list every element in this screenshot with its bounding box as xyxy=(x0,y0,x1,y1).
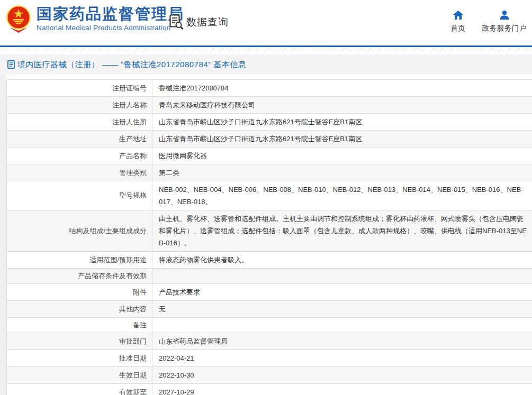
field-label: 产品名称 xyxy=(7,148,152,164)
org-name-cn: 国家药品监督管理局 xyxy=(37,5,184,22)
field-value: 2027-10-29 xyxy=(152,384,532,395)
field-label: 其他内容 xyxy=(7,301,152,318)
table-row: 注册人名称 青岛未来移动医疗科技有限公司 xyxy=(7,97,532,114)
field-label: 注册证编号 xyxy=(7,80,152,97)
field-label: 注册人住所 xyxy=(7,114,152,131)
nav-home-label: 首页 xyxy=(450,24,465,33)
field-value: 山东省药品监督管理局 xyxy=(152,333,532,350)
table-row: 其他内容 无 xyxy=(7,301,532,318)
field-value: 无 xyxy=(152,301,532,318)
left-gutter xyxy=(0,75,6,395)
field-value: 青岛未来移动医疗科技有限公司 xyxy=(152,97,532,114)
page-title: 境内医疗器械（注册） —— “鲁械注准20172080784” 基本信息 xyxy=(17,60,246,70)
field-label: 审批部门 xyxy=(7,333,152,350)
table-row: 批准日期 2022-04-21 xyxy=(7,350,532,367)
table-row: 产品名称 医用微网雾化器 xyxy=(7,148,532,164)
table-row: 产品储存条件及有效期 xyxy=(7,269,532,284)
field-value: 由主机、雾化杯、送雾管和选配件组成。主机主要由调节和控制系统组成；雾化杯由药液杯… xyxy=(152,210,532,252)
field-value: 山东省青岛市崂山区沙子口街道九水东路621号院士智谷E座B1南区 xyxy=(152,114,532,131)
registration-info-table: 注册证编号 鲁械注准20172080784 注册人名称 青岛未来移动医疗科技有限… xyxy=(6,79,532,395)
field-label: 管理类别 xyxy=(7,164,152,181)
table-row: 审批部门 山东省药品监督管理局 xyxy=(7,333,532,350)
table-row: 注册人住所 山东省青岛市崂山区沙子口街道九水东路621号院士智谷E座B1南区 xyxy=(7,114,532,131)
table-row: 附件 产品技术要求 xyxy=(7,284,532,301)
nav-home[interactable]: 首页 xyxy=(445,11,471,33)
data-query-label: 数据查询 xyxy=(186,15,229,29)
nav-portal-label: 政务服务门户 xyxy=(482,24,527,33)
site-logo[interactable]: 国家药品监督管理局 National Medical Products Admi… xyxy=(6,4,184,33)
field-label: 有效期至 xyxy=(7,384,152,395)
table-row: 备注 xyxy=(7,318,532,333)
field-label: 生效日期 xyxy=(7,367,152,384)
field-value: 2022-10-30 xyxy=(152,367,532,384)
field-label: 附件 xyxy=(7,284,152,301)
breadcrumb: 境内医疗器械（注册） —— “鲁械注准20172080784” 基本信息 xyxy=(0,54,532,75)
table-row: 结构及组成/主要组成成分 由主机、雾化杯、送雾管和选配件组成。主机主要由调节和控… xyxy=(7,210,532,252)
hatch-texture-band xyxy=(0,47,532,52)
field-value: 将液态药物雾化供患者吸入。 xyxy=(152,252,532,269)
field-value: NEB-002、NEB-004、NEB-006、NEB-008、NEB-010、… xyxy=(152,181,532,210)
national-emblem-icon xyxy=(6,4,31,33)
field-label: 型号规格 xyxy=(7,181,152,210)
table-row: 生产地址 山东省青岛市崂山区沙子口街道九水东路621号院士智谷E座B1南区 xyxy=(7,131,532,148)
table-row: 有效期至 2027-10-29 xyxy=(7,384,532,395)
home-icon xyxy=(453,11,463,20)
field-value: 山东省青岛市崂山区沙子口街道九水东路621号院士智谷E座B1南区 xyxy=(152,131,532,148)
field-value: 2022-04-21 xyxy=(152,350,532,367)
table-row: 注册证编号 鲁械注准20172080784 xyxy=(7,80,532,97)
field-label: 产品储存条件及有效期 xyxy=(7,269,152,284)
field-value: 医用微网雾化器 xyxy=(152,148,532,164)
field-value xyxy=(152,269,532,284)
field-label: 结构及组成/主要组成成分 xyxy=(7,210,152,252)
field-label: 批准日期 xyxy=(7,350,152,367)
data-query-icon xyxy=(169,14,184,30)
org-name-en: National Medical Products Administration xyxy=(37,24,184,32)
table-row: 生效日期 2022-10-30 xyxy=(7,367,532,384)
field-label: 注册人名称 xyxy=(7,97,152,114)
user-icon xyxy=(500,11,509,20)
field-label: 生产地址 xyxy=(7,131,152,148)
nav-portal[interactable]: 政务服务门户 xyxy=(479,11,529,33)
table-row: 适用范围/预期用途 将液态药物雾化供患者吸入。 xyxy=(7,252,532,269)
document-icon xyxy=(7,60,15,69)
table-row: 管理类别 第二类 xyxy=(7,164,532,181)
field-value: 产品技术要求 xyxy=(152,284,532,301)
field-value xyxy=(152,318,532,333)
table-row: 型号规格 NEB-002、NEB-004、NEB-006、NEB-008、NEB… xyxy=(7,181,532,210)
field-label: 适用范围/预期用途 xyxy=(7,252,152,269)
field-label: 备注 xyxy=(7,318,152,333)
field-value: 第二类 xyxy=(152,164,532,181)
field-value: 鲁械注准20172080784 xyxy=(152,80,532,97)
site-header: 国家药品监督管理局 National Medical Products Admi… xyxy=(0,0,532,45)
data-query-nav[interactable]: 数据查询 xyxy=(169,14,229,30)
